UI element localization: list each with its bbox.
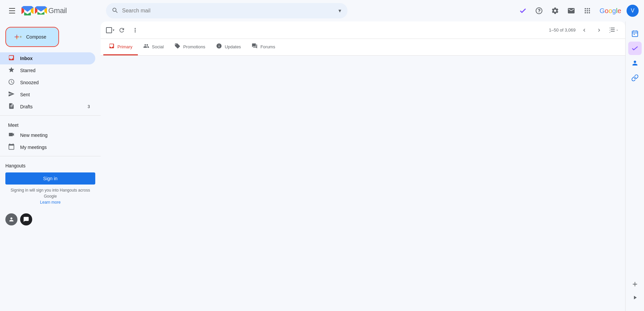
- settings-icon-btn[interactable]: [548, 4, 562, 17]
- toolbar: ▾ 1–50 of 3,069: [101, 21, 625, 39]
- right-panel-contacts-icon[interactable]: [628, 56, 642, 70]
- signin-desc-text: Signing in will sign you into Hangouts a…: [11, 188, 90, 199]
- right-panel-expand-button[interactable]: [628, 291, 642, 304]
- toolbar-right: 1–50 of 3,069: [549, 24, 620, 36]
- prev-page-button[interactable]: [578, 24, 590, 36]
- meet-section-title: Meet: [0, 118, 101, 129]
- plus-icon: [19, 33, 22, 41]
- right-panel-links-icon[interactable]: [628, 71, 642, 85]
- tasks-icon-btn[interactable]: [516, 4, 530, 17]
- svg-rect-5: [634, 34, 635, 35]
- tab-forums[interactable]: Forums: [246, 39, 280, 55]
- tasks-check-icon: [519, 7, 527, 15]
- svg-rect-4: [632, 31, 638, 37]
- select-all-checkbox-area: ▾: [106, 27, 114, 33]
- search-dropdown-arrow[interactable]: ▼: [337, 8, 342, 13]
- select-all-dropdown[interactable]: ▾: [113, 28, 114, 32]
- tab-primary-icon: [109, 43, 115, 50]
- tab-updates[interactable]: Updates: [211, 39, 246, 55]
- star-icon: [8, 66, 15, 75]
- hamburger-menu-button[interactable]: [5, 4, 19, 17]
- tab-updates-label: Updates: [225, 44, 241, 49]
- clock-icon: [8, 79, 15, 87]
- right-panel: [625, 21, 644, 311]
- apps-icon-btn[interactable]: [581, 4, 594, 17]
- sidebar-person-icon[interactable]: [5, 213, 17, 225]
- header-left: Gmail: [5, 4, 106, 17]
- send-icon: [8, 91, 15, 99]
- pagination-text: 1–50 of 3,069: [549, 28, 576, 33]
- compose-button[interactable]: Compose: [5, 27, 59, 47]
- sidebar-item-drafts[interactable]: Drafts 3: [0, 101, 95, 113]
- compose-btn-wrap: Compose: [0, 24, 101, 52]
- settings-icon: [551, 7, 559, 15]
- compose-label: Compose: [26, 34, 46, 40]
- view-options-button[interactable]: [608, 24, 620, 36]
- compose-plus-icon: [14, 33, 22, 41]
- toolbar-left: ▾: [106, 24, 141, 36]
- right-panel-add-button[interactable]: [628, 277, 642, 291]
- hangouts-signin-button[interactable]: Sign in: [5, 172, 95, 185]
- right-panel-bottom: [628, 277, 642, 308]
- learn-more-link[interactable]: Learn more: [40, 200, 60, 205]
- more-options-button[interactable]: [129, 24, 141, 36]
- mail-icon-btn[interactable]: [565, 4, 578, 17]
- gmail-logo: Gmail: [21, 6, 67, 15]
- video-icon: [8, 131, 15, 140]
- inbox-label: Inbox: [20, 56, 33, 61]
- gmail-m-icon: [21, 6, 34, 15]
- sidebar-item-my-meetings[interactable]: My meetings: [0, 141, 95, 153]
- tab-forums-label: Forums: [260, 44, 275, 49]
- sidebar-chat-icon[interactable]: [20, 213, 32, 225]
- draft-icon: [8, 103, 15, 111]
- starred-label: Starred: [20, 68, 36, 73]
- main-layout: Compose Inbox Starred Snoozed: [0, 21, 644, 311]
- google-logo: Google: [599, 7, 621, 15]
- tab-promotions-label: Promotions: [183, 44, 205, 49]
- hangouts-signin-desc: Signing in will sign you into Hangouts a…: [5, 187, 95, 205]
- tab-social[interactable]: Social: [138, 39, 169, 55]
- sidebar-item-starred[interactable]: Starred: [0, 64, 95, 76]
- apps-grid-icon: [583, 7, 591, 15]
- sent-label: Sent: [20, 92, 30, 97]
- tab-primary-label: Primary: [117, 44, 132, 49]
- drafts-badge: 3: [88, 104, 90, 109]
- content-area: ▾ 1–50 of 3,069: [101, 21, 625, 311]
- tab-promotions[interactable]: Promotions: [169, 39, 211, 55]
- my-meetings-label: My meetings: [20, 145, 47, 150]
- inbox-icon: [8, 54, 15, 63]
- tab-primary[interactable]: Primary: [103, 39, 138, 55]
- next-page-button[interactable]: [593, 24, 605, 36]
- user-avatar[interactable]: V: [627, 5, 639, 17]
- sidebar-bottom: [0, 209, 101, 229]
- tab-forums-icon: [252, 43, 258, 50]
- hangouts-section: Hangouts Sign in Signing in will sign yo…: [0, 159, 101, 209]
- refresh-button[interactable]: [116, 24, 128, 36]
- sidebar-item-sent[interactable]: Sent: [0, 89, 95, 101]
- hangouts-title: Hangouts: [5, 163, 95, 168]
- help-icon: [535, 7, 543, 15]
- sidebar-item-snoozed[interactable]: Snoozed: [0, 76, 95, 89]
- select-all-checkbox[interactable]: [106, 27, 112, 33]
- tab-social-icon: [143, 43, 149, 50]
- drafts-label: Drafts: [20, 104, 33, 109]
- tabs-bar: Primary Social Promotions Updates: [101, 39, 625, 56]
- calendar-icon: [8, 143, 15, 152]
- sidebar-item-inbox[interactable]: Inbox: [0, 52, 95, 64]
- snoozed-label: Snoozed: [20, 80, 39, 85]
- sidebar-item-new-meeting[interactable]: New meeting: [0, 129, 95, 141]
- app-title: Gmail: [48, 6, 67, 15]
- mail-icon: [567, 7, 575, 15]
- header: Gmail ▼: [0, 0, 644, 21]
- tab-updates-icon: [216, 43, 222, 50]
- sidebar-divider-2: [0, 156, 101, 156]
- email-list-area: [101, 56, 625, 311]
- right-panel-calendar-icon[interactable]: [628, 27, 642, 40]
- search-icon: [111, 7, 118, 15]
- help-icon-btn[interactable]: [532, 4, 546, 17]
- header-right: Google V: [516, 4, 639, 17]
- search-input[interactable]: [122, 8, 337, 14]
- right-panel-tasks-icon[interactable]: [628, 42, 642, 55]
- new-meeting-label: New meeting: [20, 133, 48, 138]
- search-bar: ▼: [106, 3, 347, 18]
